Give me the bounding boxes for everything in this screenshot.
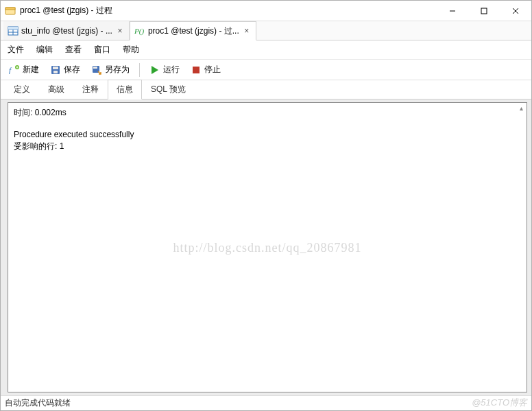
tab-definition[interactable]: 定义 — [5, 80, 39, 99]
toolbar-label: 新建 — [23, 64, 39, 75]
menu-file[interactable]: 文件 — [8, 44, 24, 56]
inner-tab-label: 信息 — [117, 84, 133, 94]
app-icon — [5, 5, 16, 16]
doc-tab-label: stu_info @test (jzgis) - ... — [21, 26, 112, 36]
svg-rect-22 — [193, 67, 200, 73]
menu-edit[interactable]: 编辑 — [36, 44, 53, 56]
output-line-time: 时间: 0.002ms — [14, 107, 521, 119]
saveas-button[interactable]: 另存为 — [87, 62, 134, 77]
watermark-center: http://blog.csdn.net/qq_20867981 — [173, 240, 362, 255]
svg-rect-18 — [53, 71, 58, 73]
tab-comments[interactable]: 注释 — [73, 80, 108, 99]
content-area: ▴ 时间: 0.002ms Procedure executed success… — [1, 99, 531, 395]
svg-marker-21 — [152, 66, 158, 74]
svg-rect-10 — [8, 27, 18, 30]
status-text: 自动完成代码就绪 — [5, 397, 71, 409]
inner-tabs: 定义 高级 注释 信息 SQL 预览 — [1, 80, 531, 99]
menubar: 文件 编辑 查看 窗口 帮助 — [1, 40, 531, 60]
stop-icon — [191, 64, 202, 75]
close-button[interactable] — [500, 1, 531, 21]
output-line-success: Procedure executed successfully — [14, 130, 521, 139]
svg-rect-3 — [481, 8, 487, 14]
svg-rect-20 — [93, 67, 97, 69]
doc-tab-label: proc1 @test (jzgis) - 过... — [148, 25, 239, 37]
save-icon — [50, 64, 61, 75]
svg-text:f: f — [9, 66, 12, 74]
tab-close-icon[interactable]: × — [242, 26, 252, 36]
toolbar-separator — [139, 63, 140, 77]
minimize-button[interactable] — [437, 1, 468, 21]
app-window: proc1 @test (jzgis) - 过程 stu_info @test … — [0, 0, 532, 411]
menu-help[interactable]: 帮助 — [123, 44, 139, 56]
menu-view[interactable]: 查看 — [65, 44, 82, 56]
svg-rect-1 — [5, 8, 15, 10]
menu-window[interactable]: 窗口 — [94, 44, 110, 56]
info-output[interactable]: ▴ 时间: 0.002ms Procedure executed success… — [8, 102, 527, 392]
window-title: proc1 @test (jzgis) - 过程 — [20, 5, 112, 16]
output-line-rows: 受影响的行: 1 — [14, 141, 521, 152]
svg-rect-17 — [53, 67, 58, 69]
toolbar: f 新建 保存 另存为 运行 停止 — [1, 60, 531, 80]
play-icon — [149, 64, 160, 75]
output-blank — [14, 120, 521, 128]
inner-tab-label: SQL 预览 — [151, 84, 186, 94]
statusbar: 自动完成代码就绪 @51CTO博客 — [1, 395, 531, 410]
save-button[interactable]: 保存 — [46, 62, 84, 77]
scroll-up-icon[interactable]: ▴ — [517, 104, 526, 113]
procedure-icon: P() — [134, 25, 145, 36]
stop-button[interactable]: 停止 — [186, 62, 225, 77]
tab-advanced[interactable]: 高级 — [39, 80, 73, 99]
doc-tab-stu-info[interactable]: stu_info @test (jzgis) - ... × — [3, 21, 130, 40]
function-new-icon: f — [9, 64, 20, 75]
toolbar-label: 停止 — [204, 64, 221, 75]
run-button[interactable]: 运行 — [145, 62, 184, 77]
table-icon — [8, 25, 19, 36]
toolbar-label: 保存 — [64, 64, 80, 75]
doc-tab-proc1[interactable]: P() proc1 @test (jzgis) - 过... × — [130, 21, 256, 40]
tab-info[interactable]: 信息 — [108, 80, 142, 99]
saveas-icon — [91, 64, 102, 75]
titlebar: proc1 @test (jzgis) - 过程 — [1, 1, 531, 21]
document-tabs: stu_info @test (jzgis) - ... × P() proc1… — [1, 21, 531, 40]
svg-text:P(): P() — [134, 27, 144, 36]
watermark-bottom: @51CTO博客 — [472, 397, 527, 409]
inner-tab-label: 定义 — [14, 84, 30, 94]
tab-close-icon[interactable]: × — [115, 26, 125, 36]
maximize-button[interactable] — [468, 1, 500, 21]
toolbar-label: 运行 — [163, 64, 180, 75]
new-button[interactable]: f 新建 — [5, 62, 43, 77]
toolbar-label: 另存为 — [105, 64, 130, 75]
inner-tab-label: 高级 — [48, 84, 64, 94]
tab-sql-preview[interactable]: SQL 预览 — [142, 80, 195, 99]
inner-tab-label: 注释 — [82, 84, 99, 94]
